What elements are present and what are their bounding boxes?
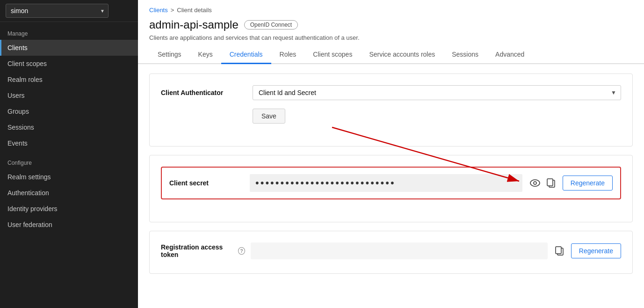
sidebar-item-users[interactable]: Users: [0, 88, 138, 103]
svg-point-3: [534, 182, 536, 184]
svg-rect-5: [547, 179, 553, 186]
breadcrumb-current: Client details: [177, 7, 211, 14]
sidebar-item-realm-roles-label: Realm roles: [7, 76, 43, 83]
sidebar-item-sessions-label: Sessions: [7, 124, 34, 131]
regenerate-secret-button[interactable]: Regenerate: [563, 176, 613, 191]
client-authenticator-label: Client Authenticator: [161, 85, 245, 96]
sidebar-item-groups[interactable]: Groups: [0, 103, 138, 119]
svg-point-2: [530, 180, 540, 186]
client-authenticator-select[interactable]: Client Id and Secret: [253, 85, 621, 100]
show-secret-button[interactable]: [528, 177, 542, 189]
tab-client-scopes[interactable]: Client scopes: [304, 46, 361, 64]
registration-token-panel: Registration access token ? Regenerate: [149, 231, 633, 274]
copy-token-icon: [555, 246, 564, 256]
page-title: admin-api-sample: [149, 18, 239, 31]
client-authenticator-panel: Client Authenticator Client Id and Secre…: [149, 73, 633, 147]
sidebar-item-events[interactable]: Events: [0, 135, 138, 151]
realm-select-wrapper[interactable]: simon: [6, 4, 109, 18]
sidebar-item-realm-settings[interactable]: Realm settings: [0, 169, 138, 185]
page-title-row: admin-api-sample OpenID Connect: [138, 16, 644, 33]
save-row: Save: [161, 109, 621, 124]
save-label-spacer: [161, 109, 245, 112]
sidebar-item-user-federation-label: User federation: [7, 221, 52, 228]
openid-badge: OpenID Connect: [244, 20, 298, 29]
sidebar-item-groups-label: Groups: [7, 108, 29, 115]
sidebar-item-client-scopes-label: Client scopes: [7, 60, 47, 67]
sidebar-item-users-label: Users: [7, 92, 25, 99]
sidebar-item-authentication[interactable]: Authentication: [0, 185, 138, 201]
client-authenticator-control: Client Id and Secret ▼: [253, 85, 621, 100]
client-secret-label: Client secret: [169, 179, 244, 187]
sidebar-item-events-label: Events: [7, 139, 28, 147]
registration-token-row: Registration access token ? Regenerate: [161, 242, 621, 259]
sidebar-item-identity-providers[interactable]: Identity providers: [0, 201, 138, 217]
regenerate-token-button[interactable]: Regenerate: [571, 243, 621, 258]
save-button[interactable]: Save: [253, 109, 285, 124]
tab-credentials[interactable]: Credentials: [221, 46, 271, 64]
sidebar: simon Manage Clients Client scopes Realm…: [0, 0, 138, 308]
copy-icon: [547, 178, 555, 188]
tab-settings[interactable]: Settings: [149, 46, 190, 64]
page-subtitle: Clients are applications and services th…: [138, 33, 644, 46]
main-content: Clients > Client details admin-api-sampl…: [138, 0, 644, 308]
client-secret-row: Client secret: [161, 167, 621, 199]
breadcrumb-separator: >: [171, 7, 174, 14]
configure-section-label: Configure: [0, 151, 138, 169]
tab-roles[interactable]: Roles: [271, 46, 305, 64]
sidebar-item-authentication-label: Authentication: [7, 189, 49, 197]
tab-service-accounts-roles[interactable]: Service accounts roles: [361, 46, 443, 64]
client-secret-input[interactable]: [250, 174, 522, 192]
tab-advanced[interactable]: Advanced: [487, 46, 533, 64]
copy-token-button[interactable]: [553, 244, 565, 257]
registration-token-label: Registration access token ?: [161, 243, 245, 258]
copy-secret-button[interactable]: [545, 176, 557, 190]
content-area: Client Authenticator Client Id and Secre…: [138, 64, 644, 308]
manage-section-label: Manage: [0, 22, 138, 40]
sidebar-item-realm-settings-label: Realm settings: [7, 173, 51, 181]
client-authenticator-select-wrapper: Client Id and Secret ▼: [253, 85, 621, 100]
eye-icon: [530, 179, 540, 187]
breadcrumb: Clients > Client details: [138, 0, 644, 16]
registration-token-label-text: Registration access token: [161, 243, 235, 258]
tab-sessions[interactable]: Sessions: [443, 46, 487, 64]
tabs-bar: Settings Keys Credentials Roles Client s…: [138, 46, 644, 64]
client-authenticator-row: Client Authenticator Client Id and Secre…: [161, 85, 621, 100]
sidebar-item-identity-providers-label: Identity providers: [7, 205, 58, 213]
realm-header: simon: [0, 0, 138, 22]
registration-help-icon[interactable]: ?: [238, 247, 245, 255]
sidebar-item-realm-roles[interactable]: Realm roles: [0, 72, 138, 88]
sidebar-item-user-federation[interactable]: User federation: [0, 217, 138, 233]
sidebar-item-clients-label: Clients: [7, 44, 28, 51]
sidebar-item-clients[interactable]: Clients: [0, 40, 138, 56]
breadcrumb-clients-link[interactable]: Clients: [149, 7, 168, 14]
sidebar-item-client-scopes[interactable]: Client scopes: [0, 56, 138, 72]
secret-icons: [528, 176, 557, 190]
svg-rect-7: [556, 247, 561, 254]
client-secret-panel: Client secret: [149, 155, 633, 222]
realm-select[interactable]: simon: [6, 4, 109, 18]
save-button-wrapper: Save: [253, 109, 285, 124]
sidebar-item-sessions[interactable]: Sessions: [0, 119, 138, 135]
tab-keys[interactable]: Keys: [190, 46, 221, 64]
registration-token-input[interactable]: [251, 242, 548, 259]
